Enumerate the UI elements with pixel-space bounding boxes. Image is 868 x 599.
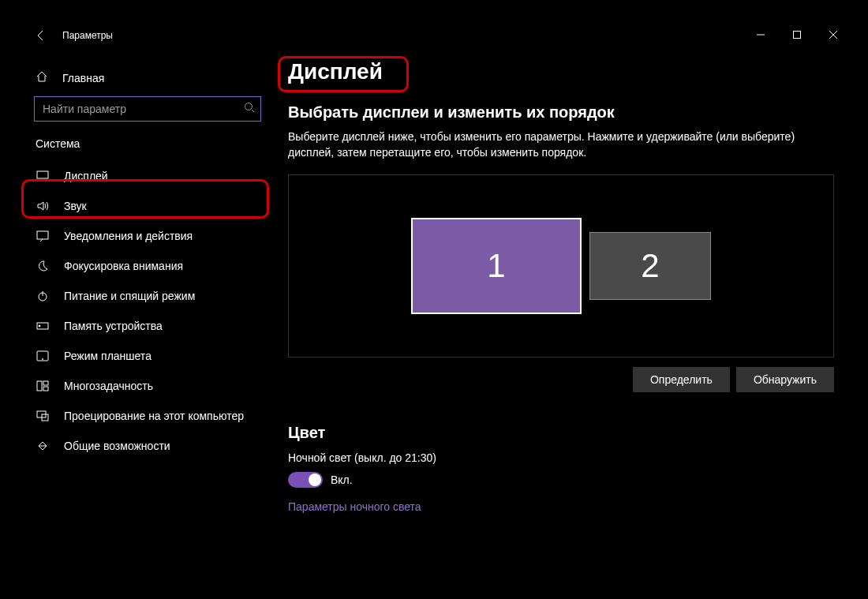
svg-rect-17 <box>43 387 48 391</box>
multitasking-icon <box>36 379 50 393</box>
sidebar-item-multitasking[interactable]: Многозадачность <box>23 371 272 401</box>
sidebar-item-label: Питание и спящий режим <box>64 290 195 302</box>
shared-icon <box>36 439 50 453</box>
close-button[interactable] <box>815 23 851 47</box>
night-light-settings-link[interactable]: Параметры ночного света <box>288 488 840 513</box>
sidebar-item-tablet[interactable]: Режим планшета <box>23 341 272 371</box>
notifications-icon <box>36 229 50 243</box>
svg-rect-1 <box>794 32 801 39</box>
sidebar-item-label: Многозадачность <box>64 380 153 392</box>
sidebar-item-display[interactable]: Дисплей <box>23 161 272 191</box>
focus-icon <box>36 259 50 273</box>
sidebar-item-sound[interactable]: Звук <box>23 191 272 221</box>
search-icon <box>244 102 255 116</box>
svg-rect-6 <box>37 171 48 178</box>
window-title: Параметры <box>62 30 113 41</box>
sidebar-item-notifications[interactable]: Уведомления и действия <box>23 221 272 251</box>
sidebar-item-label: Звук <box>64 200 87 212</box>
identify-button[interactable]: Определить <box>633 367 730 392</box>
display-icon <box>36 169 50 183</box>
tablet-icon <box>36 349 50 363</box>
home-label: Главная <box>62 72 104 84</box>
sidebar-item-label: Фокусировка внимания <box>64 260 183 272</box>
page-title: Дисплей <box>288 58 840 99</box>
monitor-1[interactable]: 1 <box>411 218 582 314</box>
projecting-icon <box>36 409 50 423</box>
toggle-knob <box>309 474 321 486</box>
svg-line-5 <box>252 110 254 112</box>
svg-rect-8 <box>37 231 48 239</box>
svg-point-12 <box>39 325 40 327</box>
svg-rect-16 <box>43 381 48 385</box>
sidebar-item-label: Проецирование на этот компьютер <box>64 410 244 422</box>
storage-icon <box>36 319 50 333</box>
toggle-state-label: Вкл. <box>331 474 353 486</box>
back-button[interactable] <box>34 28 48 43</box>
night-light-label: Ночной свет (выкл. до 21:30) <box>288 451 840 472</box>
sidebar-item-shared[interactable]: Общие возможности <box>23 431 272 461</box>
maximize-button[interactable] <box>779 23 815 47</box>
sidebar-item-projecting[interactable]: Проецирование на этот компьютер <box>23 401 272 431</box>
sidebar-item-focus[interactable]: Фокусировка внимания <box>23 251 272 281</box>
sidebar-item-label: Общие возможности <box>64 440 170 452</box>
power-icon <box>36 289 50 303</box>
sidebar-item-label: Уведомления и действия <box>64 230 193 242</box>
display-arrange-area[interactable]: 1 2 <box>288 174 834 358</box>
detect-button[interactable]: Обнаружить <box>736 367 834 392</box>
rearrange-heading: Выбрать дисплеи и изменить их порядок <box>288 99 840 129</box>
sidebar-item-label: Режим планшета <box>64 350 152 362</box>
svg-rect-15 <box>37 381 42 391</box>
svg-point-4 <box>245 103 253 110</box>
section-label: Система <box>23 129 272 161</box>
sidebar-item-storage[interactable]: Память устройства <box>23 311 272 341</box>
sidebar-item-label: Дисплей <box>64 170 108 182</box>
rearrange-description: Выберите дисплей ниже, чтобы изменить ег… <box>288 129 840 174</box>
minimize-button[interactable] <box>743 23 779 47</box>
home-icon <box>36 70 48 85</box>
color-heading: Цвет <box>288 392 840 451</box>
night-light-toggle[interactable] <box>288 472 323 488</box>
sidebar-item-label: Память устройства <box>64 320 163 332</box>
sound-icon <box>36 199 50 213</box>
monitor-2[interactable]: 2 <box>589 232 711 300</box>
home-nav[interactable]: Главная <box>23 62 272 93</box>
svg-point-14 <box>43 359 43 360</box>
search-input[interactable] <box>34 96 261 122</box>
sidebar-item-power[interactable]: Питание и спящий режим <box>23 281 272 311</box>
